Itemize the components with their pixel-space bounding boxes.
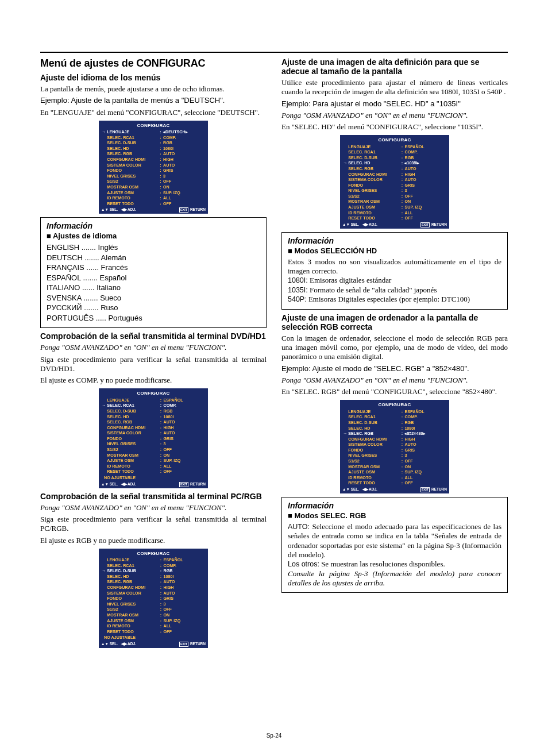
sec-hd-hint: Ponga "OSM AVANZADO" en "ON" en el menu …: [281, 111, 508, 120]
osd-footer: ▲▼ SEL. ◀▶ ADJ.EXIT RETURN: [101, 481, 206, 487]
sec-lang-example: Ejemplo: Ajuste de la pantalla de menús …: [40, 96, 267, 105]
osd-row: MOSTRAR OSM:ON: [101, 452, 206, 458]
osd-footer: ▲▼ SEL. ◀▶ ADJ.EXIT RETURN: [101, 641, 206, 647]
sec-hd-p2: En "SELEC. HD" del menú "CONFIGURAC", se…: [281, 122, 508, 132]
info-hd-sub: Modos SELECCIÓN HD: [288, 246, 501, 255]
info-hd-intro: Estos 3 modos no son visualizados automá…: [288, 257, 501, 275]
osd-row: S1/S2:OFF: [101, 607, 206, 612]
sec-dvd-p2: El ajuste es COMP. y no puede modificars…: [40, 376, 267, 385]
info-rgb-box: Información Modos SELEC. RGB AUTO: Selec…: [281, 497, 508, 593]
osd-row: RESET TODO:OFF: [342, 215, 447, 221]
osd-row: MOSTRAR OSM:ON: [101, 612, 206, 618]
osd-row: NIVEL GRISES:3: [342, 188, 447, 194]
osd-row: FONDO:GRIS: [342, 448, 447, 453]
sec-rgbsel-p2: En "SELEC. RGB" del menú "CONFIGURAC", s…: [281, 387, 508, 396]
osd-row: CONFGURAC HDMI:HIGH: [342, 436, 447, 442]
sec-dvd-p1: Siga este procedimiento para verificar l…: [40, 355, 267, 374]
osd-row: AJUSTE OSM:SUP. IZQ: [101, 618, 206, 623]
left-column: Menú de ajustes de CONFIGURAC Ajuste del…: [40, 57, 267, 651]
sec-dvd-heading: Comprobación de la señal transmitida al …: [40, 331, 267, 341]
osd-row: S1/S2:OFF: [342, 194, 447, 199]
osd-row: FONDO:GRIS: [342, 182, 447, 188]
hd-1080i-text: Emisoras digitales estándar: [310, 276, 391, 284]
osd-row: SELEC. RGB:AUTO: [342, 166, 447, 172]
osd-row: FONDO:GRIS: [101, 168, 206, 173]
osd-row: CONFGURAC HDMI:HIGH: [101, 157, 206, 163]
osd-row: SELEC. RGB:AUTO: [101, 579, 206, 585]
sec-dvd-hint: Ponga "OSM AVANZADO" en "ON" en el menu …: [40, 343, 267, 352]
rgb-otros-label: Los otros:: [288, 560, 319, 568]
osd-row: AJUSTE OSM:SUP. IZQ: [101, 458, 206, 464]
osd-row: →SELEC. RCA1:COMP.: [101, 403, 206, 408]
osd-row: RESET TODO:OFF: [101, 469, 206, 475]
sec-pcrgb-p2: El ajuste es RGB y no puede modificarse.: [40, 536, 267, 545]
osd-row: FONDO:GRIS: [101, 436, 206, 442]
osd-row: MOSTRAR OSM:ON: [342, 199, 447, 205]
osd-row: RESET TODO:OFF: [101, 628, 206, 634]
osd-row: SELEC. RGB:AUTO: [101, 151, 206, 157]
osd-row: →SELEC. RGB:◂852×480▸: [342, 431, 447, 437]
osd-row: SISTEMA COLOR:AUTO: [101, 162, 206, 168]
osd-dvd: CONFIGURACLENGUAJE:ESPAÑOL→SELEC. RCA1:C…: [40, 388, 267, 488]
osd-row: SELEC. D-SUB:RGB: [342, 420, 447, 426]
osd-row: SELEC. RGB:AUTO: [101, 419, 206, 425]
rgb-note: Consulte la página Sp-3 (Información del…: [288, 569, 501, 587]
lang-list: ENGLISH ....... InglésDEUTSCH ....... Al…: [47, 242, 260, 323]
hd-1035i-label: 1035I:: [288, 286, 308, 294]
osd-row: NIVEL GRISES:3: [101, 601, 206, 607]
osd-row: SELEC. RCA1:COMP.: [101, 134, 206, 140]
hd-540p-label: 540P:: [288, 295, 307, 303]
osd-title: CONFIGURAC: [342, 136, 447, 144]
main-heading: Menú de ajustes de CONFIGURAC: [40, 57, 267, 70]
sec-lang-instruction: En "LENGUAJE" del menú "CONFIGURAC", sel…: [40, 108, 267, 117]
lang-row: ITALIANO ...... Italiano: [47, 283, 260, 293]
osd-row: ID REMOTO:ALL: [342, 210, 447, 215]
info-lang-box: Información Ajustes de idioma ENGLISH ..…: [40, 217, 267, 328]
lang-row: ENGLISH ....... Inglés: [47, 242, 260, 253]
osd-no-adjustable: NO AJUSTABLE: [101, 634, 206, 641]
osd-title: CONFIGURAC: [101, 550, 206, 557]
osd-row: →LENGUAJE:◂DEUTSCH▸: [101, 129, 206, 135]
hd-540p-text: Emisoras Digitales especiales (por ejemp…: [308, 295, 470, 303]
osd-row: MOSTRAR OSM:ON: [101, 184, 206, 190]
sec-lang-intro: La pantalla de menús, puede ajustarse a …: [40, 84, 267, 94]
osd-row: →SELEC. D-SUB:RGB: [101, 568, 206, 574]
osd-row: LENGUAJE:ESPAÑOL: [342, 144, 447, 149]
osd-title: CONFIGURAC: [342, 401, 447, 408]
lang-row: PORTUGUÊS ..... Portugués: [47, 313, 260, 323]
hd-1035i-text: Formato de señal de "alta calidad" japon…: [310, 286, 437, 294]
osd-footer: ▲▼ SEL. ◀▶ ADJ.EXIT RETURN: [342, 221, 447, 227]
osd-row: LENGUAJE:ESPAÑOL: [342, 408, 447, 414]
osd-row: SELEC. HD:1080I: [101, 414, 206, 419]
sec-rgbsel-example: Ejemplo: Ajuste el modo de "SELEC. RGB" …: [281, 364, 508, 373]
page-number: Sp-24: [267, 732, 282, 739]
sec-pcrgb-hint: Ponga "OSM AVANZADO" en "ON" en el menu …: [40, 503, 267, 512]
info-lang-title: Información: [47, 221, 260, 230]
osd-row: SISTEMA COLOR:AUTO: [342, 442, 447, 448]
osd-row: LENGUAJE:ESPAÑOL: [101, 397, 206, 403]
osd-row: NIVEL GRISES:3: [101, 441, 206, 447]
rgb-auto-text: Seleccione el modo adecuado para las esp…: [288, 522, 501, 559]
osd-row: S1/S2:OFF: [101, 447, 206, 453]
osd-row: SELEC. RCA1:COMP.: [342, 149, 447, 155]
osd-footer: ▲▼ SEL. ◀▶ ADJ.EXIT RETURN: [342, 486, 447, 492]
osd-row: RESET TODO:OFF: [342, 480, 447, 486]
osd-row: NIVEL GRISES:3: [342, 453, 447, 458]
osd-row: SELEC. HD:1080I: [101, 574, 206, 580]
hd-1080i-label: 1080I:: [288, 276, 308, 284]
osd-row: ID REMOTO:ALL: [101, 195, 206, 201]
osd-row: SISTEMA COLOR:AUTO: [101, 430, 206, 436]
osd-row: AJUSTE OSM:SUP. IZQ: [342, 469, 447, 475]
sec-lang-heading: Ajuste del idioma de los menús: [40, 73, 267, 82]
osd-row: SELEC. D-SUB:RGB: [101, 408, 206, 414]
lang-row: ESPAÑOL ....... Español: [47, 273, 260, 283]
info-rgb-title: Información: [288, 501, 501, 510]
osd-row: AJUSTE OSM:SUP. IZQ: [342, 205, 447, 210]
osd-row: SELEC. D-SUB:RGB: [101, 140, 206, 146]
info-rgb-sub: Modos SELEC. RGB: [288, 511, 501, 520]
right-column: Ajuste de una imagen de alta definición …: [281, 57, 508, 651]
sec-rgbsel-heading: Ajuste de una imagen de ordenador a la p…: [281, 313, 508, 331]
osd-no-adjustable: NO AJUSTABLE: [101, 475, 206, 481]
osd-row: CONFGURAC HDMI:HIGH: [101, 425, 206, 430]
rgb-auto-label: AUTO:: [288, 523, 310, 531]
